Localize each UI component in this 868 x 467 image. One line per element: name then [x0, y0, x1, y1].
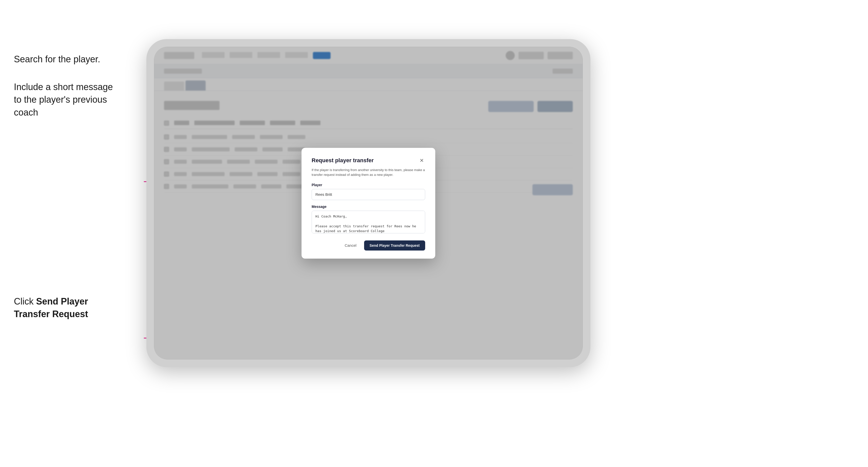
message-field-label: Message [312, 205, 425, 209]
annotation-search-text: Search for the player. [14, 53, 100, 66]
modal-footer: Cancel Send Player Transfer Request [312, 241, 425, 251]
tablet-outer-frame: Request player transfer ✕ If the player … [146, 39, 590, 367]
modal-close-button[interactable]: ✕ [418, 157, 425, 164]
modal-title: Request player transfer [312, 157, 374, 164]
cancel-button[interactable]: Cancel [341, 241, 361, 250]
message-textarea[interactable]: Hi Coach McHarg, Please accept this tran… [312, 211, 425, 234]
modal-overlay: Request player transfer ✕ If the player … [154, 47, 583, 360]
annotation-message-text: Include a short messageto the player's p… [14, 81, 113, 119]
send-player-transfer-request-button[interactable]: Send Player Transfer Request [364, 241, 425, 251]
annotation-click-text: Click Send PlayerTransfer Request [14, 295, 88, 321]
tablet-device: Request player transfer ✕ If the player … [146, 39, 590, 367]
request-player-transfer-modal: Request player transfer ✕ If the player … [302, 148, 435, 259]
player-search-input[interactable] [312, 189, 425, 200]
player-field-label: Player [312, 183, 425, 187]
modal-description: If the player is transferring from anoth… [312, 167, 425, 177]
tablet-screen: Request player transfer ✕ If the player … [154, 47, 583, 360]
modal-header: Request player transfer ✕ [312, 157, 425, 164]
